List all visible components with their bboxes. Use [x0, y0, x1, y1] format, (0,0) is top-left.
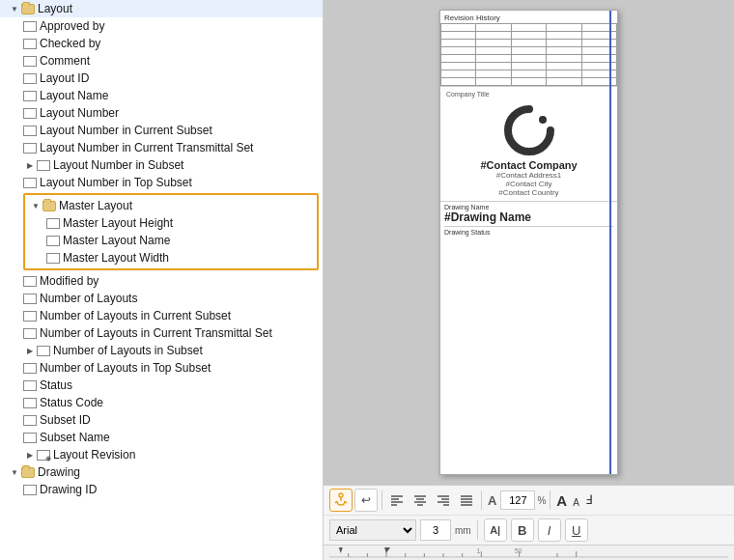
ruler-area: 50 1	[324, 545, 734, 560]
field-icon	[46, 236, 60, 246]
company-title-label: Company Title	[446, 91, 611, 98]
tree-item-status[interactable]: Status	[0, 377, 323, 394]
field-icon	[23, 39, 37, 49]
tree-item-status-code[interactable]: Status Code	[0, 394, 323, 411]
tree-item-approved-by[interactable]: Approved by	[0, 17, 323, 35]
master-layout-name-label: Master Layout Name	[63, 234, 170, 247]
char-icon: A|	[490, 524, 500, 536]
tree-item-layout-number-top-subset[interactable]: Layout Number in Top Subset	[0, 174, 323, 191]
tree-item-number-of-layouts[interactable]: Number of Layouts	[0, 290, 323, 307]
expand-master-layout[interactable]: ▼	[29, 199, 42, 212]
tree-item-number-layouts-subset[interactable]: ▶ Number of Layouts in Subset	[0, 342, 323, 359]
tree-item-layout-number-current-transmittal[interactable]: Layout Number in Current Transmittal Set	[0, 139, 323, 156]
subset-id-label: Subset ID	[40, 413, 91, 427]
field-icon	[23, 294, 37, 304]
toolbar-row2: Arial mm A| B I U	[324, 516, 734, 545]
layout-number-label: Layout Number	[40, 106, 119, 120]
font-size-select[interactable]	[420, 519, 451, 541]
tree-item-comment[interactable]: Comment	[0, 52, 323, 70]
field-icon	[23, 276, 37, 287]
separator4	[477, 520, 478, 540]
master-layout-label: Master Layout	[59, 199, 132, 212]
anchor-icon	[333, 492, 349, 508]
tree-item-subset-id[interactable]: Subset ID	[0, 411, 323, 429]
align-right-button[interactable]	[433, 490, 454, 511]
svg-text:1: 1	[476, 547, 480, 554]
layout-number-current-subset-label: Layout Number in Current Subset	[40, 124, 212, 137]
undo-icon: ↩	[361, 493, 371, 507]
modified-by-label: Modified by	[40, 274, 99, 288]
toolbar-row1: ↩	[324, 486, 734, 516]
align-left-button[interactable]	[386, 490, 408, 511]
svg-point-1	[339, 493, 343, 497]
expand-layout-revision[interactable]: ▶	[23, 448, 37, 462]
separator1	[381, 490, 382, 510]
field-icon	[46, 253, 60, 264]
align-center-icon	[413, 494, 427, 506]
bold-button[interactable]: B	[511, 518, 534, 542]
tree-item-drawing-id[interactable]: Drawing ID	[0, 481, 323, 498]
field-icon	[23, 415, 37, 426]
font-select[interactable]: Arial	[329, 519, 416, 541]
field-icon	[23, 433, 37, 443]
company-country: #Contact Country	[446, 188, 611, 197]
field-icon	[23, 91, 37, 101]
number-layouts-current-transmittal-label: Number of Layouts in Current Transmittal…	[40, 326, 272, 340]
percent-symbol: %	[537, 495, 546, 506]
tree-item-drawing[interactable]: ▼ Drawing	[0, 463, 323, 481]
field-icon	[23, 143, 37, 154]
tree-item-layout-number-current-subset[interactable]: Layout Number in Current Subset	[0, 122, 323, 139]
tree-item-layout-number[interactable]: Layout Number	[0, 104, 323, 122]
tree-item-master-layout[interactable]: ▼ Master Layout	[27, 197, 315, 214]
font-size-input[interactable]	[500, 490, 535, 510]
expand-drawing[interactable]: ▼	[8, 465, 21, 479]
field-icon	[23, 178, 37, 188]
tree-item-subset-name[interactable]: Subset Name	[0, 429, 323, 446]
tree-item-number-layouts-top-subset[interactable]: Number of Layouts in Top Subset	[0, 359, 323, 377]
big-a-format-icon: A	[556, 492, 567, 509]
tree-item-checked-by[interactable]: Checked by	[0, 35, 323, 52]
blue-line	[609, 11, 611, 474]
char-format-button[interactable]: A|	[484, 518, 507, 542]
tree-item-layout-revision[interactable]: ▶ Layout Revision	[0, 446, 323, 463]
tree-item-number-layouts-current-transmittal[interactable]: Number of Layouts in Current Transmittal…	[0, 324, 323, 342]
tree-item-layout-number-subset[interactable]: ▶ Layout Number in Subset	[0, 156, 323, 174]
tree-item-modified-by[interactable]: Modified by	[0, 272, 323, 290]
master-layout-height-label: Master Layout Height	[63, 216, 173, 230]
italic-button[interactable]: I	[538, 518, 561, 542]
undo-button[interactable]: ↩	[354, 489, 378, 512]
underline-button[interactable]: U	[565, 518, 588, 542]
expand-number-layouts-subset[interactable]: ▶	[23, 344, 37, 357]
align-justify-button[interactable]	[456, 490, 477, 511]
layout-number-top-subset-label: Layout Number in Top Subset	[40, 176, 192, 189]
expand-layout-number-subset[interactable]: ▶	[23, 158, 37, 172]
tree-item-master-layout-height[interactable]: Master Layout Height	[27, 214, 315, 232]
comment-label: Comment	[40, 54, 90, 68]
drawing-name-label: Drawing Name	[444, 204, 613, 210]
right-panel: Revision History Company Title	[324, 0, 734, 560]
ruler-svg: 50 1	[329, 546, 728, 561]
tree-item-master-layout-name[interactable]: Master Layout Name	[27, 232, 315, 249]
company-address1: #Contact Address1	[446, 171, 611, 180]
align-center-button[interactable]	[409, 490, 431, 511]
drawing-section: Drawing Name #Drawing Name Drawing Statu…	[440, 201, 617, 238]
folder-icon-drawing	[21, 467, 35, 478]
folder-icon-layout	[21, 4, 35, 14]
expand-layout[interactable]: ▼	[8, 2, 21, 15]
field-icon	[23, 398, 37, 408]
tree-item-layout[interactable]: ▼ Layout	[0, 0, 323, 17]
underline-icon: U	[572, 523, 580, 538]
number-layouts-current-subset-label: Number of Layouts in Current Subset	[40, 309, 231, 322]
revision-history-label: Revision History	[440, 11, 617, 23]
special-folder-icon-layout-revision	[37, 450, 50, 461]
align-justify-icon	[460, 494, 473, 506]
small-a-format-icon: A	[573, 497, 579, 508]
tree-item-number-layouts-current-subset[interactable]: Number of Layouts in Current Subset	[0, 307, 323, 324]
anchor-button[interactable]	[329, 489, 353, 512]
tree-item-master-layout-width[interactable]: Master Layout Width	[27, 249, 315, 266]
tree-item-layout-name[interactable]: Layout Name	[0, 87, 323, 104]
layout-revision-label: Layout Revision	[53, 448, 135, 462]
svg-text:50: 50	[515, 547, 522, 554]
tree-item-layout-id[interactable]: Layout ID	[0, 70, 323, 87]
align-right-icon	[437, 494, 450, 506]
